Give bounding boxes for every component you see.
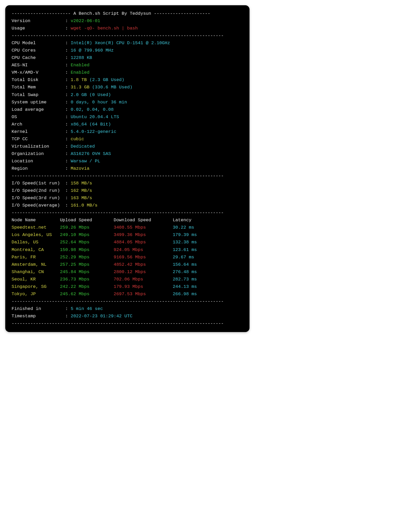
- system-label: CPU Model: [12, 41, 65, 46]
- speedtest-row: Paris, FR 252.29 Mbps 9169.56 Mbps 29.67…: [12, 254, 243, 261]
- download-speed: 924.05 Mbps: [114, 247, 173, 252]
- io-label: I/O Speed(1st run): [12, 181, 65, 186]
- terminal-window: ---------------------- A Bench.sh Script…: [5, 5, 250, 332]
- finished-line: Finished in : 5 min 46 sec: [12, 305, 243, 313]
- system-row: Organization : AS16276 OVH SAS: [12, 150, 243, 158]
- system-label: VM-x/AMD-V: [12, 70, 65, 75]
- system-value: Warsaw / PL: [71, 159, 100, 164]
- system-row: Total Swap : 2.0 GB (0 Used): [12, 91, 243, 99]
- latency-value: 276.48 ms: [173, 269, 197, 274]
- upload-speed: 236.73 Mbps: [60, 277, 114, 282]
- version-line: Version : v2022-06-01: [12, 17, 243, 25]
- system-value-extra: (330.6 MB Used): [92, 85, 132, 90]
- system-value: Enabled: [71, 70, 89, 75]
- download-speed: 2697.53 Mbps: [114, 292, 173, 297]
- system-row: Total Mem : 31.3 GB (330.6 MB Used): [12, 84, 243, 91]
- system-row: Region : Mazovia: [12, 165, 243, 172]
- node-name: Singapore, SG: [12, 284, 60, 289]
- timestamp-label: Timestamp: [12, 314, 65, 319]
- speedtest-row: Shanghai, CN 245.84 Mbps 2800.12 Mbps 27…: [12, 268, 243, 276]
- upload-speed: 150.98 Mbps: [60, 247, 114, 252]
- io-row: I/O Speed(1st run) : 158 MB/s: [12, 180, 243, 187]
- node-name: Shanghai, CN: [12, 269, 60, 274]
- system-row: CPU Cache : 12288 KB: [12, 54, 243, 62]
- io-label: I/O Speed(3rd run): [12, 195, 65, 200]
- speedtest-row: Amsterdam, NL 257.25 Mbps 4852.42 Mbps 1…: [12, 261, 243, 268]
- latency-value: 179.39 ms: [173, 232, 197, 237]
- latency-value: 156.64 ms: [173, 262, 197, 267]
- system-label: System uptime: [12, 100, 65, 105]
- system-label: Total Swap: [12, 92, 65, 97]
- system-row: Location : Warsaw / PL: [12, 158, 243, 165]
- timestamp-line: Timestamp : 2022-07-23 01:29:42 UTC: [12, 313, 243, 320]
- timestamp-value: 2022-07-23 01:29:42 UTC: [71, 314, 132, 319]
- system-value: 0 days, 0 hour 36 min: [71, 100, 127, 105]
- system-value-extra: (2.3 GB Used): [89, 77, 124, 82]
- system-label: CPU Cache: [12, 55, 65, 60]
- system-value: Dedicated: [71, 144, 95, 149]
- system-info-block: CPU Model : Intel(R) Xeon(R) CPU D-1541 …: [12, 39, 243, 172]
- io-value: 162 MB/s: [71, 188, 92, 193]
- download-speed: 2800.12 Mbps: [114, 269, 173, 274]
- system-value: 5.4.0-122-generic: [71, 129, 116, 134]
- system-row: Total Disk : 1.8 TB (2.3 GB Used): [12, 76, 243, 84]
- system-value-main: 1.8 TB: [71, 77, 87, 82]
- download-speed: 3408.55 Mbps: [114, 225, 173, 230]
- latency-value: 30.22 ms: [173, 225, 194, 230]
- speedtest-header-row: Node Name Upload Speed Download Speed La…: [12, 217, 243, 224]
- speedtest-row: Speedtest.net 259.26 Mbps 3408.55 Mbps 3…: [12, 224, 243, 231]
- system-value: x86_64 (64 Bit): [71, 122, 111, 127]
- system-row: TCP CC : cubic: [12, 135, 243, 143]
- header-divider: ---------------------- A Bench.sh Script…: [12, 10, 243, 17]
- system-label: Kernel: [12, 129, 65, 134]
- upload-speed: 252.29 Mbps: [60, 255, 114, 260]
- system-label: OS: [12, 114, 65, 119]
- usage-line: Usage : wget -qO- bench.sh | bash: [12, 25, 243, 32]
- node-name: Seoul, KR: [12, 277, 60, 282]
- latency-value: 123.61 ms: [173, 247, 197, 252]
- usage-value: wget -qO- bench.sh | bash: [71, 26, 138, 31]
- script-title: A Bench.sh Script By Teddysun: [73, 11, 151, 16]
- divider: ----------------------------------------…: [12, 298, 243, 305]
- col-latency: Latency: [173, 218, 191, 223]
- download-speed: 702.06 Mbps: [114, 277, 173, 282]
- speedtest-row: Los Angeles, US 249.10 Mbps 3499.36 Mbps…: [12, 231, 243, 239]
- divider: ----------------------------------------…: [12, 32, 243, 39]
- io-value: 158 MB/s: [71, 181, 92, 186]
- system-row: AES-NI : Enabled: [12, 62, 243, 69]
- latency-value: 266.98 ms: [173, 292, 197, 297]
- system-row: CPU Model : Intel(R) Xeon(R) CPU D-1541 …: [12, 39, 243, 47]
- divider: ----------------------------------------…: [12, 172, 243, 180]
- latency-value: 244.13 ms: [173, 284, 197, 289]
- upload-speed: 245.62 Mbps: [60, 292, 114, 297]
- upload-speed: 252.64 Mbps: [60, 240, 114, 245]
- download-speed: 4884.05 Mbps: [114, 240, 173, 245]
- system-value: cubic: [71, 137, 84, 142]
- divider: ----------------------------------------…: [12, 209, 243, 217]
- io-row: I/O Speed(average) : 161.0 MB/s: [12, 202, 243, 209]
- system-value: 0.02, 0.04, 0.08: [71, 107, 113, 112]
- latency-value: 132.38 ms: [173, 240, 197, 245]
- node-name: Paris, FR: [12, 255, 60, 260]
- speedtest-row: Montreal, CA 150.98 Mbps 924.05 Mbps 123…: [12, 246, 243, 254]
- upload-speed: 249.10 Mbps: [60, 232, 114, 237]
- system-row: Virtualization : Dedicated: [12, 143, 243, 150]
- system-value: Enabled: [71, 63, 89, 68]
- system-row: Load average : 0.02, 0.04, 0.08: [12, 106, 243, 113]
- system-label: AES-NI: [12, 63, 65, 68]
- system-value-main: 31.3 GB: [71, 85, 89, 90]
- speedtest-row: Tokyo, JP 245.62 Mbps 2697.53 Mbps 266.9…: [12, 290, 243, 298]
- speedtest-row: Singapore, SG 242.22 Mbps 179.93 Mbps 24…: [12, 283, 243, 290]
- node-name: Tokyo, JP: [12, 292, 60, 297]
- download-speed: 4852.42 Mbps: [114, 262, 173, 267]
- download-speed: 9169.56 Mbps: [114, 255, 173, 260]
- version-value: v2022-06-01: [71, 18, 100, 23]
- usage-label: Usage: [12, 26, 65, 31]
- system-label: Total Disk: [12, 77, 65, 82]
- col-download: Download Speed: [114, 218, 173, 223]
- io-label: I/O Speed(average): [12, 203, 65, 208]
- system-value: 2.0 GB (0 Used): [71, 92, 111, 97]
- io-row: I/O Speed(3rd run) : 163 MB/s: [12, 194, 243, 202]
- system-value: 12288 KB: [71, 55, 92, 60]
- finished-value: 5 min 46 sec: [71, 306, 103, 311]
